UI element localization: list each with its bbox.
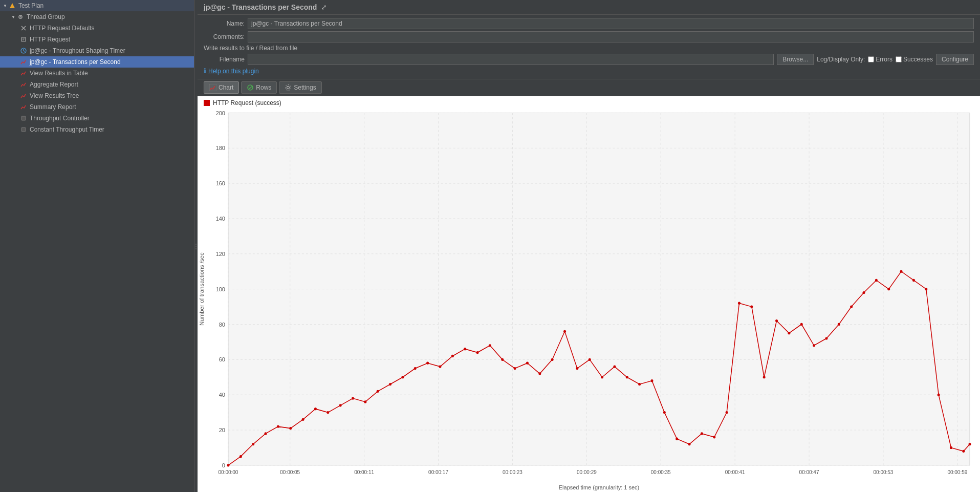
chart-icon	[19, 103, 28, 111]
sidebar-item-summary-report[interactable]: Summary Report	[0, 101, 194, 113]
comments-label: Comments:	[204, 33, 245, 40]
sidebar-item-tps[interactable]: jp@gc - Transactions per Second	[0, 56, 194, 68]
name-input[interactable]	[248, 18, 974, 29]
settings-tab-icon	[285, 84, 292, 91]
data-point	[688, 443, 691, 445]
data-point	[526, 362, 529, 365]
data-point	[551, 358, 554, 361]
chart-tab-icon	[209, 84, 216, 91]
main-panel: jp@gc - Transactions per Second ⤢ Name: …	[198, 0, 980, 492]
data-point	[314, 408, 317, 410]
data-point	[713, 436, 715, 438]
chart-svg: 02040608010012014016018020000:00:0000:00…	[198, 108, 980, 492]
form-area: Name: Comments: Write results to file / …	[198, 15, 980, 79]
data-point	[451, 355, 454, 357]
data-point	[887, 288, 890, 290]
svg-marker-0	[10, 3, 15, 8]
data-point	[875, 279, 878, 282]
gear-gray-icon	[19, 114, 28, 122]
sidebar-item-thread-group[interactable]: ▼Thread Group	[0, 11, 194, 23]
chart-icon	[19, 58, 28, 66]
errors-checkbox[interactable]	[868, 56, 874, 62]
data-point	[850, 305, 853, 308]
y-tick-label: 40	[219, 392, 225, 398]
y-tick-label: 0	[222, 462, 225, 468]
help-row: ℹ Help on this plugin	[204, 65, 974, 76]
gear-gray-icon	[19, 125, 28, 134]
y-tick-label: 60	[219, 356, 225, 362]
data-point	[414, 367, 417, 370]
data-point	[501, 358, 504, 361]
x-tick-label: 00:00:17	[428, 469, 448, 475]
tabs-bar: ChartRowsSettings	[198, 79, 980, 96]
sidebar-item-constant-timer[interactable]: Constant Throughput Timer	[0, 124, 194, 135]
tab-rows[interactable]: Rows	[241, 81, 277, 94]
data-point	[601, 376, 603, 378]
svg-line-10	[24, 51, 25, 52]
data-point	[352, 397, 354, 399]
tab-label-settings: Settings	[294, 84, 316, 91]
data-point	[563, 330, 566, 333]
data-point	[825, 337, 827, 339]
data-point	[377, 390, 379, 393]
filename-input[interactable]	[248, 54, 774, 65]
data-point	[538, 372, 541, 375]
x-tick-label: 00:00:47	[799, 469, 819, 475]
data-point	[650, 379, 653, 382]
clock-icon	[19, 47, 28, 55]
tab-label-chart: Chart	[219, 84, 233, 91]
sidebar-item-label-aggregate-report: Aggregate Report	[30, 81, 78, 88]
help-link[interactable]: Help on this plugin	[208, 68, 259, 75]
name-label: Name:	[204, 20, 245, 27]
svg-point-16	[286, 85, 291, 91]
data-point	[626, 376, 628, 378]
triangle-icon	[8, 2, 16, 10]
browse-button[interactable]: Browse...	[777, 54, 814, 65]
tab-label-rows: Rows	[256, 84, 271, 91]
file-row: Filename Browse... Log/Display Only: Err…	[204, 54, 974, 65]
tab-settings[interactable]: Settings	[279, 81, 321, 94]
data-point	[676, 438, 678, 440]
comments-input[interactable]	[248, 31, 974, 42]
sidebar-item-label-http-request: HTTP Request	[30, 36, 70, 43]
data-point	[277, 425, 279, 428]
errors-checkbox-label[interactable]: Errors	[868, 56, 892, 63]
chart-icon	[19, 69, 28, 77]
data-point	[969, 443, 971, 445]
filename-label: Filename	[204, 56, 245, 63]
sidebar-item-label-http-defaults: HTTP Request Defaults	[30, 25, 95, 32]
sidebar-item-label-thread-group: Thread Group	[27, 13, 65, 20]
sidebar-item-throughput-timer[interactable]: jp@gc - Throughput Shaping Timer	[0, 45, 194, 56]
y-tick-label: 180	[216, 145, 225, 151]
x-tick-label: 00:00:23	[503, 469, 522, 475]
svg-point-15	[287, 87, 290, 89]
successes-checkbox[interactable]	[896, 56, 902, 62]
y-tick-label: 120	[216, 251, 225, 257]
data-point	[464, 348, 466, 350]
sidebar-item-throughput-controller[interactable]: Throughput Controller	[0, 113, 194, 124]
data-point	[364, 400, 366, 403]
x-tick-label: 00:00:41	[725, 469, 745, 475]
sidebar-item-view-results-tree[interactable]: View Results Tree	[0, 90, 194, 101]
svg-rect-5	[21, 37, 26, 41]
data-point	[750, 305, 753, 308]
successes-checkbox-label[interactable]: Successes	[896, 56, 933, 63]
x-tick-label: 00:00:59	[947, 469, 967, 475]
configure-button[interactable]: Configure	[936, 54, 974, 65]
data-point	[800, 323, 803, 326]
sidebar-item-aggregate-report[interactable]: Aggregate Report	[0, 79, 194, 90]
sidebar-item-test-plan[interactable]: ▼Test Plan	[0, 0, 194, 11]
data-point	[613, 365, 616, 368]
sidebar-item-http-defaults[interactable]: HTTP Request Defaults	[0, 23, 194, 34]
sidebar-item-label-constant-timer: Constant Throughput Timer	[30, 126, 104, 133]
sidebar-item-view-results-table[interactable]: View Results in Table	[0, 68, 194, 79]
sidebar-item-label-test-plan: Test Plan	[18, 2, 43, 9]
sidebar-item-http-request[interactable]: HTTP Request	[0, 34, 194, 45]
data-point	[265, 432, 267, 435]
sidebar-item-label-view-results-tree: View Results Tree	[30, 92, 79, 99]
expand-icon[interactable]: ⤢	[321, 3, 327, 11]
rows-tab-icon	[247, 84, 254, 91]
tab-chart[interactable]: Chart	[204, 81, 239, 94]
data-point	[775, 319, 778, 322]
data-point	[289, 427, 292, 430]
